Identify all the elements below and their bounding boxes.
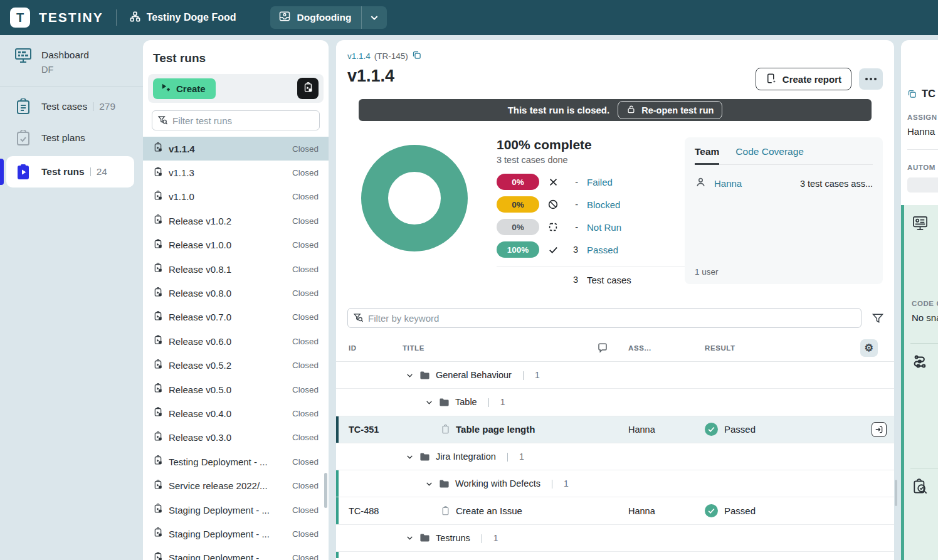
sidebar-item-test-plans[interactable]: Test plans xyxy=(0,122,143,154)
test-case-id: TC-351 xyxy=(336,425,403,435)
test-run-list-item[interactable]: Staging Deployment - ...Closed xyxy=(143,498,329,522)
comment-column-icon xyxy=(597,342,628,354)
closed-test-run-icon xyxy=(153,552,163,560)
column-title[interactable]: TITLE xyxy=(403,344,597,352)
sidebar-test-cases-count: 279 xyxy=(99,101,115,112)
result-label-link[interactable]: Not Run xyxy=(579,222,685,233)
passed-check-icon xyxy=(705,423,718,436)
test-run-status: Closed xyxy=(292,529,319,539)
folder-name: Jira Integration xyxy=(436,452,496,462)
folder-row[interactable]: Jira Integration1 xyxy=(336,443,894,470)
sidebar-item-test-runs[interactable]: Test runs24 xyxy=(6,156,134,188)
automation-label: AUTOM xyxy=(907,164,938,171)
team-member-name[interactable]: Hanna xyxy=(714,178,742,189)
test-run-list-item[interactable]: Release v0.7.0Closed xyxy=(143,305,329,329)
test-run-list-item[interactable]: Release v0.4.0Closed xyxy=(143,401,329,425)
create-test-run-button[interactable]: Create xyxy=(153,78,216,99)
tab-team[interactable]: Team xyxy=(695,146,719,165)
test-run-list-item[interactable]: Release v1.0.2Closed xyxy=(143,209,329,233)
reopen-test-run-button[interactable]: Re-open test run xyxy=(618,101,722,119)
copy-id-icon[interactable] xyxy=(907,89,917,98)
closed-test-run-icon xyxy=(153,504,163,516)
folder-row[interactable]: Table1 xyxy=(336,389,894,416)
column-id[interactable]: ID xyxy=(336,344,403,352)
chevron-down-icon[interactable] xyxy=(425,480,433,488)
copy-id-icon[interactable] xyxy=(412,50,421,61)
project-selector[interactable]: Dogfooding xyxy=(270,6,387,29)
percent-pill: 0% xyxy=(497,174,539,190)
screenshot-icon[interactable] xyxy=(912,215,938,235)
attachments-rail: CODE C No sna xyxy=(901,205,938,560)
test-run-list-item[interactable]: v1.1.4Closed xyxy=(143,137,329,161)
project-caret[interactable] xyxy=(361,6,387,29)
sidebar-divider xyxy=(0,87,143,87)
test-case-icon xyxy=(441,506,450,515)
progress-section: 100% complete 3 test cases done 0%-Faile… xyxy=(336,121,894,285)
test-run-name: Release v0.7.0 xyxy=(169,312,287,322)
test-run-list-item[interactable]: Staging Deployment - ...Closed xyxy=(143,546,329,560)
column-result[interactable]: RESULT xyxy=(705,344,855,352)
chevron-down-icon[interactable] xyxy=(406,534,414,542)
runs-list-scrollbar[interactable] xyxy=(324,473,327,508)
rail-divider xyxy=(910,343,938,344)
folder-row[interactable]: Working with Defects1 xyxy=(336,470,894,497)
organization-switcher[interactable]: Testiny Doge Food xyxy=(129,11,236,25)
test-run-list-item[interactable]: Release v0.3.0Closed xyxy=(143,426,329,450)
result-label-link[interactable]: Blocked xyxy=(579,199,685,210)
open-test-case-button[interactable] xyxy=(872,422,887,437)
folder-row[interactable]: General Behaviour1 xyxy=(336,362,894,389)
more-options-button[interactable] xyxy=(859,68,883,90)
assigned-to-value[interactable]: Hanna xyxy=(907,126,938,137)
folder-row[interactable]: Testruns1 xyxy=(336,525,894,552)
side-panel-divider xyxy=(907,149,938,150)
sidebar-item-dashboard[interactable]: Dashboard DF xyxy=(0,41,143,83)
closed-test-run-icon xyxy=(153,287,163,300)
test-review-icon[interactable] xyxy=(912,478,938,499)
test-run-list-item[interactable]: v1.1.3Closed xyxy=(143,161,329,184)
advanced-filter-button[interactable] xyxy=(870,310,885,325)
test-run-list-item[interactable]: Release v0.6.0Closed xyxy=(143,329,329,353)
test-run-list-item[interactable]: Release v0.5.2Closed xyxy=(143,354,329,378)
closed-banner: This test run is closed. Re-open test ru… xyxy=(359,99,872,121)
test-case-row[interactable]: TC-488Create an IssueHannaPassed xyxy=(336,497,894,524)
topbar: T TESTINY Testiny Doge Food Dogfooding xyxy=(0,0,938,35)
route-icon[interactable] xyxy=(912,352,938,372)
result-count: 3 xyxy=(567,245,579,255)
test-case-row[interactable]: TC-351Table page lengthHannaPassed xyxy=(336,416,894,443)
table-settings-button[interactable]: ⚙ xyxy=(860,339,878,357)
test-run-list-item[interactable]: Staging Deployment - ...Closed xyxy=(143,522,329,546)
result-count: - xyxy=(567,222,579,232)
test-run-status: Closed xyxy=(292,385,319,394)
test-run-list-item[interactable]: Release v1.0.0Closed xyxy=(143,233,329,257)
create-report-button[interactable]: Create report xyxy=(756,68,851,90)
test-plans-icon xyxy=(14,130,33,146)
filter-by-keyword-input[interactable] xyxy=(347,308,862,328)
column-assignee[interactable]: ASS... xyxy=(628,344,705,352)
partial-row xyxy=(336,552,894,558)
test-case-title: Table page length xyxy=(456,424,535,435)
percent-pill: 0% xyxy=(497,196,539,213)
chevron-down-icon[interactable] xyxy=(406,453,414,461)
chevron-down-icon[interactable] xyxy=(425,398,433,406)
test-run-list-item[interactable]: Release v0.8.1Closed xyxy=(143,257,329,281)
test-run-list-item[interactable]: Release v0.5.0Closed xyxy=(143,378,329,401)
test-case-assignee: Hanna xyxy=(628,425,705,435)
test-run-list-item[interactable]: Testing Deployment - ...Closed xyxy=(143,450,329,473)
main-scrollbar[interactable] xyxy=(895,480,897,506)
breadcrumb-run-link[interactable]: v1.1.4 xyxy=(347,51,371,61)
test-run-list-item[interactable]: v1.1.0Closed xyxy=(143,185,329,209)
result-label-link[interactable]: Failed xyxy=(579,177,685,188)
folder-count: 1 xyxy=(493,533,498,543)
test-run-status: Closed xyxy=(292,240,319,250)
tab-code-coverage[interactable]: Code Coverage xyxy=(735,146,804,164)
chevron-down-icon[interactable] xyxy=(406,371,414,379)
runs-filter xyxy=(152,110,320,130)
closed-test-run-filter-button[interactable] xyxy=(297,78,319,99)
test-run-status: Closed xyxy=(292,168,319,177)
closed-test-run-icon xyxy=(153,142,163,155)
result-label-link[interactable]: Passed xyxy=(579,245,685,255)
sidebar-item-test-cases[interactable]: Test cases279 xyxy=(0,91,143,122)
filter-test-runs-input[interactable] xyxy=(152,110,320,130)
test-run-list-item[interactable]: Release v0.8.0Closed xyxy=(143,281,329,305)
test-run-list-item[interactable]: Service release 2022/...Closed xyxy=(143,473,329,497)
